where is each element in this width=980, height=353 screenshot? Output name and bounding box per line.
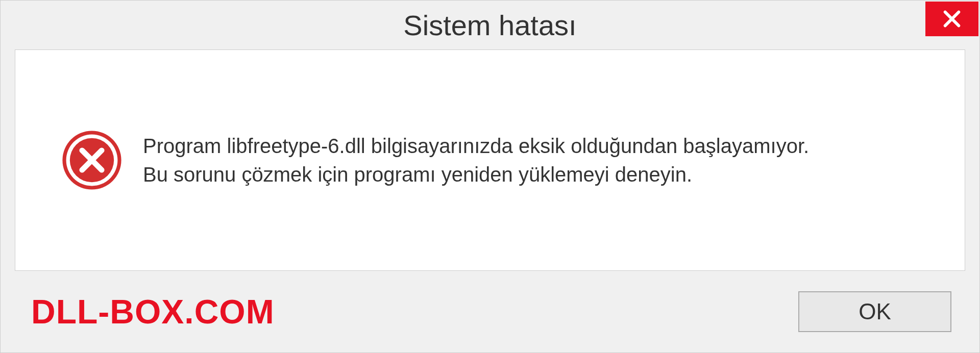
message-line-2: Bu sorunu çözmek için programı yeniden y… bbox=[143, 160, 809, 189]
error-dialog: Sistem hatası Program libfreetype-6.dll … bbox=[0, 0, 980, 353]
message-line-1: Program libfreetype-6.dll bilgisayarınız… bbox=[143, 132, 809, 160]
dialog-footer: DLL-BOX.COM OK bbox=[1, 271, 979, 352]
ok-button[interactable]: OK bbox=[798, 291, 951, 332]
titlebar: Sistem hatası bbox=[1, 1, 979, 49]
dialog-title: Sistem hatası bbox=[403, 9, 576, 42]
close-button[interactable] bbox=[925, 2, 978, 36]
error-message: Program libfreetype-6.dll bilgisayarınız… bbox=[143, 132, 809, 189]
content-panel: Program libfreetype-6.dll bilgisayarınız… bbox=[15, 49, 965, 271]
error-icon bbox=[61, 130, 122, 191]
watermark-text: DLL-BOX.COM bbox=[31, 292, 275, 331]
close-icon bbox=[942, 9, 962, 29]
